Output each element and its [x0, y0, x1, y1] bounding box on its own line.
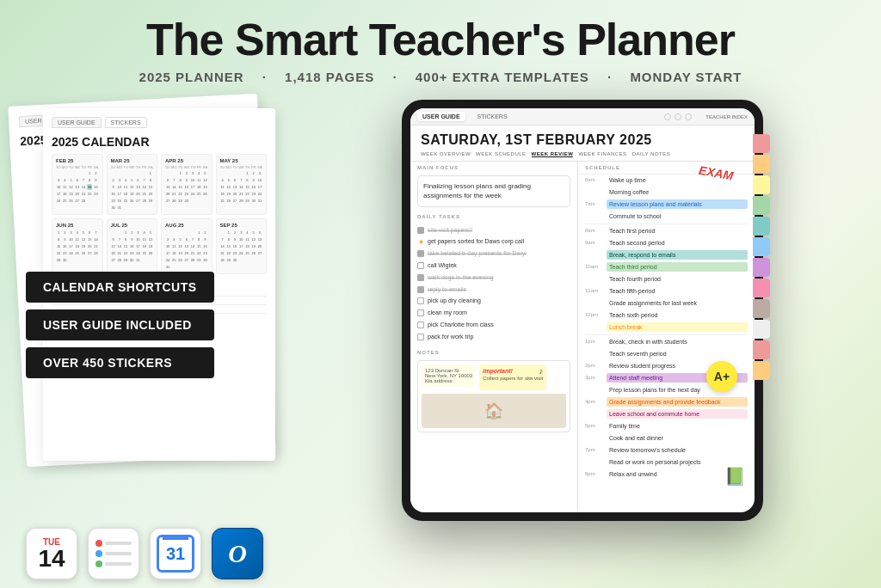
- task-text-7: pick up dry cleaning: [428, 297, 481, 305]
- schedule-time-4pm-2: [585, 409, 607, 411]
- index-tab-10[interactable]: [753, 320, 770, 339]
- tablet-screen: USER GUIDE STICKERS TEACHER INDEX SATURD…: [410, 108, 755, 512]
- index-tab-7[interactable]: [753, 258, 770, 277]
- reminder-text-2: [105, 552, 132, 555]
- schedule-events-12pm-2: Lunch break: [607, 322, 748, 332]
- main-focus-box: Finalizing lesson plans and grading assi…: [417, 175, 570, 206]
- paper-front-tab-user-guide[interactable]: USER GUIDE: [52, 117, 102, 128]
- schedule-events-4pm-2: Leave school and commute home: [607, 409, 748, 419]
- index-tab-3[interactable]: [753, 175, 770, 194]
- nav-week-finances[interactable]: WEEK FINANCES: [578, 151, 626, 157]
- calendar-grid: FEB 25 SUMOTUWETHFRSA 12 3456789 1011121…: [52, 154, 267, 274]
- task-text-8: clean my room: [428, 309, 467, 317]
- schedule-row-1pm-1: 1pm Break, check in with students: [578, 336, 755, 348]
- reminders-icon: [88, 528, 139, 579]
- note-important-text: Collect papers for site visit: [483, 376, 543, 381]
- index-tab-2[interactable]: [753, 155, 770, 174]
- schedule-row-10am-2: Teach fourth period: [578, 273, 755, 285]
- schedule-event-lunch: Lunch break: [607, 322, 748, 332]
- schedule-row-12pm-1: 12pm Teach sixth period: [578, 309, 755, 322]
- schedule-event-check-students: Break, check in with students: [607, 337, 748, 346]
- task-checkbox-5[interactable]: [417, 274, 424, 281]
- task-checkbox-8[interactable]: [417, 309, 424, 316]
- schedule-time-9am: 9am: [585, 238, 607, 245]
- schedule-row-7am-1: 7am Review lesson plans and materials: [578, 199, 755, 211]
- schedule-time-5pm-2: [585, 433, 607, 435]
- daily-tasks-list: site visit papers!! ★ get papers sorted …: [410, 221, 577, 346]
- nav-week-review[interactable]: WEEK REVIEW: [532, 151, 574, 157]
- gcal-inner: 31: [157, 535, 194, 573]
- schedule-events-5pm-1: Family time: [607, 421, 748, 431]
- task-item-4: call Wigtek: [410, 260, 577, 272]
- nav-week-overview[interactable]: WEEK OVERVIEW: [421, 151, 471, 157]
- google-calendar-icon: 31: [150, 528, 201, 579]
- note-important-label: important!: [483, 368, 543, 374]
- schedule-event-cook-dinner: Cook and eat dinner: [607, 433, 748, 443]
- schedule-event-family-time: Family time: [607, 421, 748, 431]
- photo-thumbnail: 🏠: [422, 394, 566, 428]
- schedule-time-10am: 10am: [585, 262, 607, 269]
- subtitle-part-3: 400+ EXTRA TEMPLATES: [416, 70, 589, 84]
- task-star-2[interactable]: ★: [417, 238, 424, 245]
- tablet-tab-stickers[interactable]: STICKERS: [472, 112, 513, 121]
- index-tab-1[interactable]: [753, 134, 770, 153]
- schedule-time-7pm-2: [585, 457, 607, 459]
- task-item-3: take belated b-day presents for Daryl: [410, 248, 577, 260]
- schedule-row-8am: 8am Teach first period: [578, 225, 755, 237]
- badge-stickers: OVER 450 STICKERS: [26, 347, 214, 378]
- tablet-dots: [664, 113, 692, 120]
- task-checkbox-4[interactable]: [417, 262, 424, 269]
- schedule-time-1pm-2: [585, 349, 607, 351]
- task-checkbox-6[interactable]: [417, 286, 424, 293]
- notes-section: 123 Duncan StNew York, NY 10002Kia addre…: [417, 360, 570, 432]
- task-checkbox-10[interactable]: [417, 334, 424, 340]
- task-checkbox-3[interactable]: [417, 250, 424, 257]
- planner-right-column: EXAM SCHEDULE 6am Wake up time: [578, 162, 755, 512]
- badge-calendar-shortcuts: CALENDAR SHORTCUTS: [26, 272, 214, 303]
- calendar-month-mar: MAR 25 SUMOTUWETHFRSA 1 2345678 91011121…: [107, 154, 158, 215]
- schedule-row-9am-1: 9am Teach second period: [578, 237, 755, 249]
- schedule-event-second-period: Teach second period: [607, 238, 748, 248]
- note-card-address: 123 Duncan StNew York, NY 10002Kia addre…: [422, 364, 476, 387]
- paper-calendar-title: 2025 CALENDAR: [52, 135, 267, 149]
- notes-label: NOTES: [410, 346, 577, 357]
- reminder-dot-red: [95, 540, 102, 547]
- task-checkbox-9[interactable]: [417, 322, 424, 328]
- nav-daily-notes[interactable]: DAILY NOTES: [632, 151, 671, 157]
- index-tab-12[interactable]: [753, 361, 770, 380]
- index-tab-5[interactable]: [753, 217, 770, 236]
- index-tab-8[interactable]: [753, 279, 770, 297]
- schedule-time-6am-2: [585, 187, 607, 189]
- nav-week-schedule[interactable]: WEEK SCHEDULE: [476, 151, 527, 157]
- index-tab-9[interactable]: [753, 299, 770, 318]
- schedule-events-11am-2: Grade assignments for last week: [607, 298, 748, 308]
- index-tab-6[interactable]: [753, 237, 770, 256]
- content-area: USER GUIDE STICKERS 2025 CALENDAR USER G…: [0, 91, 881, 530]
- index-tab-11[interactable]: [753, 340, 770, 359]
- calendar-month-aug: AUG 25 12 3456789 10111213141516 1718192…: [161, 218, 213, 274]
- schedule-event-commute: Commute to school: [607, 211, 748, 221]
- tablet-top-bar: USER GUIDE STICKERS TEACHER INDEX: [410, 108, 755, 126]
- schedule-event-seventh-period: Teach seventh period: [607, 349, 748, 358]
- planner-date: SATURDAY, 1ST FEBRUARY 2025: [421, 132, 744, 148]
- schedule-row-4pm-2: Leave school and commute home: [578, 408, 755, 420]
- paper-front-tab-stickers[interactable]: STICKERS: [105, 117, 147, 128]
- tablet-tab-user-guide[interactable]: USER GUIDE: [417, 112, 465, 121]
- index-tab-4[interactable]: [753, 196, 770, 215]
- reminder-text-1: [105, 542, 132, 545]
- schedule-event-leave-school: Leave school and commute home: [607, 409, 748, 419]
- task-checkbox-7[interactable]: [417, 297, 424, 304]
- calendar-month-sep: SEP 25 123456 78910111213 14151617181920…: [216, 218, 268, 274]
- tablet: USER GUIDE STICKERS TEACHER INDEX SATURD…: [402, 100, 763, 521]
- outlook-icon: O: [212, 528, 263, 579]
- task-text-10: pack for work trip: [428, 333, 473, 341]
- schedule-events-9am-2: Break, respond to emails: [607, 250, 748, 260]
- schedule-events-1pm-1: Break, check in with students: [607, 337, 748, 346]
- left-side: USER GUIDE STICKERS 2025 CALENDAR USER G…: [26, 100, 293, 521]
- task-checkbox-1[interactable]: [417, 227, 424, 234]
- aplus-sticker: A+: [706, 361, 737, 392]
- planner-header: SATURDAY, 1ST FEBRUARY 2025 WEEK OVERVIE…: [410, 126, 755, 162]
- schedule-time-2pm: 2pm: [585, 361, 607, 368]
- schedule-events-8am: Teach first period: [607, 226, 748, 236]
- schedule-events-7am-2: Commute to school: [607, 211, 748, 221]
